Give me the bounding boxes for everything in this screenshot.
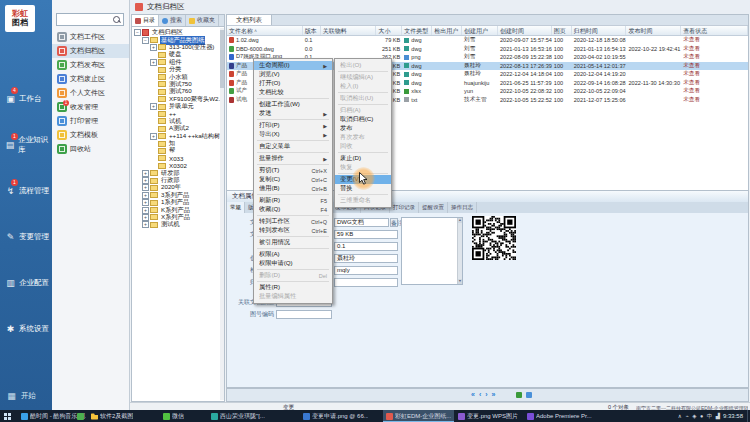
menu-item-发送[interactable]: 发送▶ (254, 109, 332, 118)
remark-textarea[interactable]: ▲ ▼ (401, 217, 463, 285)
column-header-创建时间[interactable]: 创建时间 (498, 26, 552, 35)
menu-item-删除(D)[interactable]: 删除(D)Del (254, 271, 332, 280)
bluetooth-icon[interactable]: ◈ (692, 413, 696, 419)
last-page-icon[interactable]: » (492, 389, 496, 401)
module-item-打印管理[interactable]: 打印管理 (52, 114, 129, 128)
next-page-icon[interactable]: › (485, 389, 487, 401)
sidebar-item-流程管理[interactable]: ↯流程管理1 (0, 168, 52, 214)
table-row[interactable]: 1.02.dwg0.179 KBdwg刘雪2020-09-07 15:57:54… (227, 36, 748, 45)
tree-node[interactable]: 知 (132, 140, 224, 147)
menu-item-自定义菜单[interactable]: 自定义菜单 (254, 142, 332, 151)
sidebar-item-企业配置[interactable]: ▥企业配置 (0, 260, 52, 306)
field-input-创建用户[interactable]: 聂桂玲 (334, 254, 398, 263)
expand-icon[interactable]: + (142, 184, 149, 191)
menu-item-检出(O)[interactable]: 检出(O) (335, 61, 391, 70)
menu-item-批量编辑属性[interactable]: 批量编辑属性 (254, 292, 332, 301)
menu-item-被引用情况[interactable]: 被引用情况 (254, 238, 332, 247)
module-item-回收站[interactable]: 回收站 (52, 142, 129, 156)
taskbar-item-彩虹EDM-企业图纸...[interactable]: 彩虹EDM-企业图纸... (383, 410, 454, 422)
sidebar-item-变更管理[interactable]: ✎变更管理 (0, 214, 52, 260)
menu-item-三维重命名[interactable]: 三维重命名 (335, 196, 391, 205)
expand-icon[interactable]: + (150, 44, 157, 51)
module-item-文档模板[interactable]: 文档模板 (52, 128, 129, 142)
props-tab-操作日志[interactable]: 操作日志 (448, 202, 477, 213)
table-row[interactable]: DBD-6000.dwg0.0251 KBdwg刘雪2021-01-13 16:… (227, 45, 748, 54)
taskbar-item-Adobe Premiere Pr...[interactable]: Adobe Premiere Pr... (524, 410, 595, 422)
sidebar-item-系统设置[interactable]: ✱系统设置 (0, 306, 52, 352)
menu-item-继续编辑(A)[interactable]: 继续编辑(A) (335, 73, 391, 82)
menu-item-废止(D)[interactable]: 废止(D) (335, 154, 391, 163)
expand-icon[interactable]: + (142, 221, 149, 228)
tab-favorites[interactable]: 收藏夹 (186, 15, 219, 26)
menu-item-再次发布[interactable]: 再次发布 (335, 133, 391, 142)
props-tab-常规[interactable]: 常规 (227, 202, 245, 213)
taskbar-item-软件2及截图[interactable]: 软件2及截图 (88, 410, 136, 422)
column-header-查看状态[interactable]: 查看状态 (681, 26, 748, 35)
link-icon[interactable]: ⌁ (685, 413, 688, 419)
tree-node[interactable]: +++114 ++ka结构树测试 (132, 132, 224, 139)
expand-icon[interactable]: + (142, 214, 149, 221)
taskbar-item-变更申请.png @ 66...[interactable]: 变更申请.png @ 66... (300, 410, 371, 422)
expand-icon[interactable]: + (142, 170, 149, 177)
menu-item-发布[interactable]: 发布 (335, 124, 391, 133)
expand-icon[interactable]: + (142, 207, 149, 214)
module-item-个人文件区[interactable]: 个人文件区 (52, 86, 129, 100)
tree-node[interactable]: 帮 (132, 147, 224, 154)
expand-icon[interactable]: + (142, 199, 149, 206)
taskbar-item-变更.png WPS图片[interactable]: 变更.png WPS图片 (455, 410, 521, 422)
taskbar-item-微信[interactable]: 微信 (160, 410, 187, 422)
menu-item-收藏(Q)[interactable]: 收藏(Q)F4 (254, 205, 332, 214)
volume-icon[interactable]: ● (700, 413, 703, 419)
start-button[interactable]: ▦ 开始 (6, 391, 36, 401)
menu-item-打开(O)[interactable]: 打开(O) (254, 79, 332, 88)
collapse-icon[interactable]: − (134, 29, 141, 36)
menu-item-批量操作[interactable]: 批量操作▶ (254, 154, 332, 163)
module-item-文档废止区[interactable]: 文档废止区 (52, 72, 129, 86)
module-item-收发管理[interactable]: 收发管理1 (52, 100, 129, 114)
menu-item-取消归档(C)[interactable]: 取消归档(C) (335, 115, 391, 124)
menu-item-生命周期(I)[interactable]: 生命周期(I)▶ (254, 61, 332, 70)
remark-scrollbar[interactable]: ▲ ▼ (457, 218, 462, 284)
menu-item-浏览(V)[interactable]: 浏览(V) (254, 70, 332, 79)
module-item-文档发布区[interactable]: 文档发布区 (52, 58, 129, 72)
column-header-检出用户[interactable]: 检出用户 (432, 26, 462, 35)
column-header-文件类型[interactable]: 文件类型 (402, 26, 432, 35)
field-input-图号编码[interactable] (276, 310, 332, 319)
field-input-版本[interactable]: 0.1 (334, 242, 398, 251)
first-page-icon[interactable]: « (471, 389, 475, 401)
scroll-down-icon[interactable]: ▼ (458, 279, 462, 284)
tab-search[interactable]: 搜索 (159, 15, 186, 26)
field-input-大小[interactable]: 59 KB (334, 230, 398, 239)
menu-item-刷新(R)[interactable]: 刷新(R)F5 (254, 196, 332, 205)
windows-start-icon[interactable] (4, 413, 11, 420)
column-header-归档时间[interactable]: 归档时间 (572, 26, 627, 35)
chevron-up-icon[interactable]: ∧ (678, 413, 682, 419)
menu-item-创建工作流(W)[interactable]: 创建工作流(W) (254, 100, 332, 109)
expand-icon[interactable]: + (142, 192, 149, 199)
tab-document-list[interactable]: 文档列表 (227, 15, 272, 25)
menu-item-剪切(T)[interactable]: 剪切(T)Ctrl+X (254, 166, 332, 175)
tree-scrollbar[interactable] (220, 28, 224, 400)
tree-node[interactable]: +测试机 (132, 221, 224, 228)
column-header-创建用户[interactable]: 创建用户 (462, 26, 498, 35)
expand-icon[interactable]: + (150, 133, 157, 140)
column-header-图页[interactable]: 图页 (552, 26, 572, 35)
tree-node[interactable]: +异吸单元 (132, 103, 224, 110)
pager-extra2-icon[interactable] (526, 392, 532, 398)
menu-item-借用(B)[interactable]: 借用(B)Ctrl+B (254, 184, 332, 193)
taskbar-item-西山荣业琪陇"[...[interactable]: 西山荣业琪陇"[... (208, 410, 268, 422)
props-tab-提醒设置[interactable]: 提醒设置 (419, 202, 448, 213)
field-input-修改用户[interactable]: mqly (334, 266, 398, 275)
menu-item-打印(P)[interactable]: 打印(P)▶ (254, 121, 332, 130)
menu-item-文档比较[interactable]: 文档比较 (254, 88, 332, 97)
scroll-up-icon[interactable]: ▲ (458, 218, 462, 223)
column-header-大小[interactable]: 大小 (376, 26, 402, 35)
module-item-文档归档区[interactable]: 文档归档区 (52, 44, 129, 58)
collapse-icon[interactable]: − (142, 37, 149, 44)
menu-item-取消检出(U)[interactable]: 取消检出(U) (335, 94, 391, 103)
menu-item-导出(X)[interactable]: 导出(X)▶ (254, 130, 332, 139)
field-input-归档时间[interactable] (334, 278, 398, 287)
column-header-发布时间[interactable]: 发布时间 (626, 26, 681, 35)
sidebar-item-工作台[interactable]: ▣工作台4 (0, 76, 52, 122)
column-header-文件名称[interactable]: 文件名称 ˄ (227, 26, 303, 35)
